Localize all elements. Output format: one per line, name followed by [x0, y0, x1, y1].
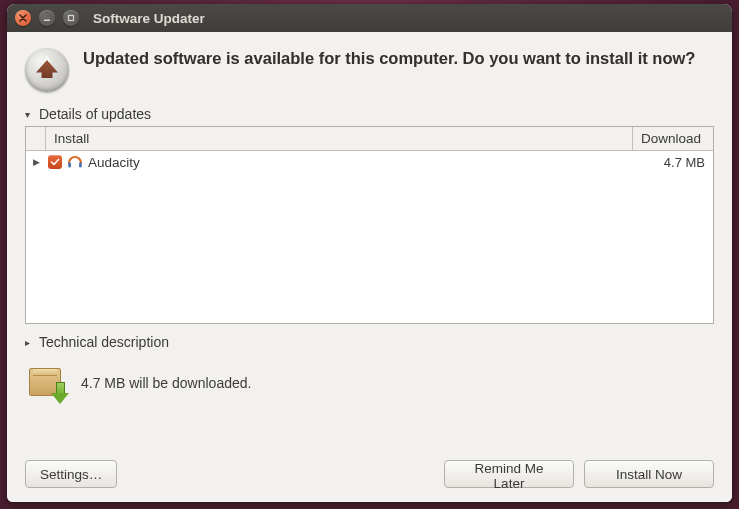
technical-expander[interactable]: ▸ Technical description	[25, 334, 714, 350]
checkbox-checked-icon	[48, 155, 62, 169]
svg-rect-1	[69, 16, 74, 21]
column-download[interactable]: Download	[633, 127, 713, 150]
package-download-icon	[25, 364, 69, 402]
details-expander[interactable]: ▾ Details of updates	[25, 106, 714, 122]
triangle-down-icon: ▾	[25, 109, 35, 120]
row-download-size: 4.7 MB	[653, 155, 705, 170]
software-updater-window: Software Updater Updated software is ava…	[7, 4, 732, 502]
window-title: Software Updater	[93, 11, 205, 26]
svg-rect-0	[44, 20, 50, 22]
updates-list: Install Download ▶	[25, 126, 714, 324]
close-icon	[19, 14, 27, 22]
install-now-button[interactable]: Install Now	[584, 460, 714, 488]
download-summary-text: 4.7 MB will be downloaded.	[81, 375, 251, 391]
list-body[interactable]: ▶ Audacity 4.7 MB	[26, 151, 713, 323]
maximize-button[interactable]	[63, 10, 79, 26]
audacity-icon	[67, 155, 83, 169]
svg-rect-3	[79, 163, 82, 168]
minimize-button[interactable]	[39, 10, 55, 26]
row-expand-toggle[interactable]: ▶	[26, 157, 46, 167]
window-controls	[15, 10, 79, 26]
minimize-icon	[43, 14, 51, 22]
row-app-name: Audacity	[86, 155, 653, 170]
triangle-right-icon: ▶	[33, 157, 40, 167]
maximize-icon	[67, 14, 75, 22]
column-checkbox[interactable]	[26, 127, 46, 150]
software-updater-icon	[25, 48, 69, 92]
details-label: Details of updates	[39, 106, 151, 122]
row-checkbox[interactable]	[46, 154, 64, 170]
button-bar: Settings… Remind Me Later Install Now	[25, 442, 714, 488]
list-header: Install Download	[26, 127, 713, 151]
remind-later-button[interactable]: Remind Me Later	[444, 460, 574, 488]
header-row: Updated software is available for this c…	[25, 48, 714, 92]
close-button[interactable]	[15, 10, 31, 26]
settings-button[interactable]: Settings…	[25, 460, 117, 488]
content-area: Updated software is available for this c…	[7, 32, 732, 502]
technical-label: Technical description	[39, 334, 169, 350]
list-item[interactable]: ▶ Audacity 4.7 MB	[26, 151, 713, 173]
triangle-right-icon: ▸	[25, 337, 35, 348]
headline: Updated software is available for this c…	[83, 48, 695, 69]
column-install[interactable]: Install	[46, 127, 633, 150]
app-icon	[64, 155, 86, 169]
download-summary: 4.7 MB will be downloaded.	[25, 364, 714, 402]
titlebar[interactable]: Software Updater	[7, 4, 732, 32]
svg-rect-2	[68, 163, 71, 168]
